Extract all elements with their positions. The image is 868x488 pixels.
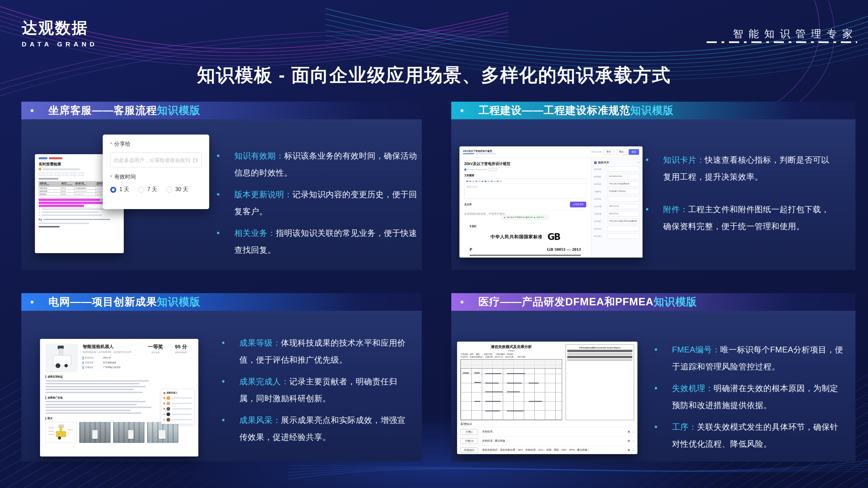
radio-1-day[interactable]: 1 天 bbox=[110, 186, 129, 193]
toolbar-glyph bbox=[472, 181, 474, 182]
tag-chip bbox=[39, 172, 45, 176]
panel-body: 20kV及以下变电所设计规范 更改已保存 暂存 预览 提交 20kV及 bbox=[451, 119, 855, 270]
field-value[interactable] bbox=[608, 196, 640, 202]
upload-mainfile-button[interactable]: 上传主文件 bbox=[570, 202, 587, 207]
share-input[interactable] bbox=[110, 152, 202, 167]
save-draft-button[interactable]: 暂存 bbox=[604, 149, 614, 155]
close-icon[interactable]: ✕ bbox=[627, 439, 630, 443]
row-chip[interactable]: 行数25 bbox=[460, 438, 478, 444]
field-value[interactable] bbox=[608, 233, 640, 239]
field-value[interactable] bbox=[608, 166, 640, 172]
text-line bbox=[39, 178, 58, 180]
radio-30-days[interactable]: 30 天 bbox=[166, 186, 188, 193]
chevron-right-icon[interactable]: › bbox=[633, 439, 634, 443]
standard-code-row: P GB 50053 — 2013 bbox=[470, 247, 581, 252]
toolbar-glyph bbox=[494, 181, 496, 182]
robot-image bbox=[45, 344, 78, 372]
field-value[interactable]: 中国机械工业联合会 bbox=[608, 189, 640, 194]
text-line bbox=[42, 208, 105, 210]
cell-text bbox=[485, 410, 500, 411]
panel-medical-fmea: 医疗——产品研发DFMEA和PFMEA知识模版 潜在失效模式及后果分析 （PFM… bbox=[451, 293, 855, 462]
text-line bbox=[42, 215, 102, 216]
bullet-item: 成果风采：展示成果亮点和实际成效，增强宣传效果，促进经验共享。 bbox=[222, 412, 412, 446]
radio-icon bbox=[138, 187, 144, 193]
file-chip[interactable]: 20kV及以下变电所设计规范.pdf 解析成功 × bbox=[501, 215, 549, 220]
result-field: 成果类型职工创新成果 bbox=[83, 361, 142, 364]
chip-close-icon[interactable]: × bbox=[546, 217, 547, 219]
new-knowledge-section: 新增知识 行数1 失效机理； ✕ › 行数25 失效机理；建议措施； ✕ › bbox=[460, 422, 634, 454]
editor-toolbar bbox=[465, 179, 586, 184]
submit-button[interactable]: 提交 bbox=[629, 149, 639, 155]
tag-chip bbox=[70, 172, 76, 176]
text-line bbox=[468, 169, 487, 170]
bullet-dot-icon bbox=[646, 208, 648, 210]
panel-header: 医疗——产品研发DFMEA和PFMEA知识模版 bbox=[451, 293, 855, 311]
field-value[interactable]: 2014-07-01 bbox=[608, 211, 640, 217]
field-value[interactable]: 中华人民共和国国家标准 bbox=[608, 181, 640, 187]
robot-body bbox=[56, 431, 66, 437]
app-topbar: 20kV及以下变电所设计规范 更改已保存 暂存 预览 提交 bbox=[459, 146, 643, 158]
bullet-item: 成果完成人：记录主要贡献者，明确责任归属，同时激励科研创新。 bbox=[222, 373, 412, 407]
toolbar-glyph bbox=[478, 181, 480, 182]
summary-label: 文档概要 bbox=[464, 174, 586, 177]
chevron-right-icon[interactable]: › bbox=[633, 448, 634, 452]
field-value[interactable] bbox=[608, 226, 640, 231]
feature-bullets: 知识卡片：快速查看核心指标，判断是否可以复用工程，提升决策效率。 附件：工程主文… bbox=[646, 151, 836, 250]
standard-title-row: 中华人民共和国国家标准 GB bbox=[464, 232, 586, 242]
award-score-block: 一等奖 获奖等级 95 分 成果评审得分 bbox=[142, 344, 193, 372]
member-row bbox=[163, 412, 192, 416]
card-field: 发布日期2013-12-19 bbox=[594, 204, 640, 209]
member-row bbox=[163, 402, 192, 405]
award-caption: 获奖等级 bbox=[148, 351, 163, 354]
chevron-right-icon[interactable]: › bbox=[633, 430, 634, 434]
cell-text bbox=[507, 383, 522, 384]
col-header: 版本修订者Revision Author bbox=[75, 182, 96, 187]
rank-badge bbox=[163, 419, 165, 421]
field-value[interactable]: GB 50053-2013 bbox=[608, 174, 640, 179]
doc-meta bbox=[464, 168, 586, 171]
member-row bbox=[163, 418, 192, 422]
tag-chip bbox=[62, 172, 68, 176]
header-bullet-icon bbox=[460, 301, 463, 304]
member-name bbox=[172, 408, 192, 410]
summary-editor[interactable]: 请输入内容 bbox=[464, 179, 586, 199]
pdf-icon bbox=[504, 217, 505, 218]
row-text: 失效机理； bbox=[482, 430, 625, 433]
fmea-screenshot: 潜在失效模式及后果分析 （PFMEA） 工序名称：涂布 编制： 审核/日期： F… bbox=[457, 342, 637, 454]
bullet-dot-icon bbox=[655, 426, 657, 428]
panel-title-accent: 知识模版 bbox=[157, 296, 200, 308]
info-field: 关键日期：2012-9-12 bbox=[485, 355, 503, 358]
field-value[interactable]: 中华人民共和国住房和城乡建设部 bbox=[608, 219, 640, 224]
avatar bbox=[464, 168, 467, 171]
blue-chip bbox=[39, 157, 47, 159]
summary-placeholder[interactable]: 请输入内容 bbox=[465, 184, 586, 199]
bold-text-line bbox=[39, 226, 60, 227]
panel-title-main: 坐席客服——客服流程 bbox=[48, 104, 157, 116]
breadcrumb bbox=[463, 153, 496, 154]
report-8d-area: 8 Disciplines(8D) Corrective Action Repo… bbox=[566, 344, 634, 420]
header-bullet-icon bbox=[31, 109, 34, 112]
close-icon[interactable]: ✕ bbox=[627, 448, 630, 452]
saved-status: 更改已保存 bbox=[591, 150, 601, 154]
preview-button[interactable]: 预览 bbox=[616, 149, 627, 155]
substation-photo bbox=[147, 422, 178, 443]
text-line bbox=[45, 401, 146, 402]
substation-photo bbox=[79, 422, 111, 443]
feature-bullets: 知识有效期：标识该条业务的有效时间，确保活动信息的时效性。 版本更新说明：记录知… bbox=[217, 147, 420, 263]
cell-text bbox=[474, 372, 480, 373]
check-line: ✓ bbox=[39, 214, 120, 216]
field-value[interactable]: 2013-12-19 bbox=[608, 204, 640, 209]
text-line bbox=[45, 404, 137, 405]
panel-title: 电网——项目创新成果知识模版 bbox=[48, 295, 200, 309]
close-icon[interactable]: ✕ bbox=[627, 430, 630, 434]
refresh-icon[interactable]: ⟳ bbox=[637, 161, 640, 164]
cell-text bbox=[507, 391, 520, 392]
row-chip[interactable]: 行数1 bbox=[460, 429, 478, 435]
knowledge-card-sidebar: 知识卡片 ⟳ 标准名称 标准编号GB 50053-2013 标准级别中华人民共和… bbox=[591, 158, 643, 258]
radio-7-days[interactable]: 7 天 bbox=[138, 186, 157, 193]
cell-text bbox=[474, 382, 481, 383]
toolbar-glyph bbox=[475, 181, 477, 182]
row-chip[interactable]: 待增加行 bbox=[460, 447, 478, 453]
photos-row bbox=[45, 422, 193, 443]
text-line bbox=[45, 389, 134, 390]
